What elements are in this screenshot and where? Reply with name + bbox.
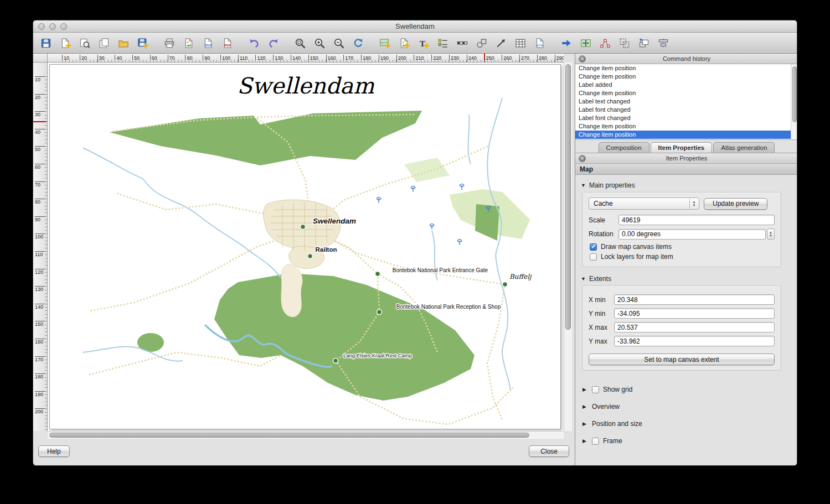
map-item[interactable]: Swellendam Railton Bontebok National Par… [50, 65, 561, 430]
add-new-legend-button[interactable] [436, 36, 450, 50]
redo-button[interactable] [266, 36, 281, 50]
x-min-input[interactable] [614, 294, 775, 305]
move-item-content-button[interactable] [579, 36, 593, 50]
h-ruler-label-160: 160 [326, 55, 336, 62]
add-arrow-button[interactable] [494, 36, 508, 50]
traffic-lights [38, 23, 67, 30]
position-and-size-label: Position and size [592, 420, 642, 428]
undo-icon [249, 38, 260, 49]
close-panel-icon[interactable]: ✕ [579, 155, 586, 162]
set-to-map-canvas-extent-button[interactable]: Set to map canvas extent [589, 354, 775, 365]
duplicate-composer-button[interactable] [78, 36, 92, 50]
history-item-7[interactable]: Change item position [575, 122, 791, 131]
add-new-scalebar-button[interactable] [455, 36, 470, 50]
tab-atlas-generation[interactable]: Atlas generation [713, 142, 775, 153]
history-item-8[interactable]: Change item position [575, 131, 791, 139]
composition-title-label[interactable]: Swellendam [237, 73, 374, 98]
history-item-6[interactable]: Label font changed [575, 114, 791, 122]
h-ruler-label-90: 90 [203, 55, 210, 62]
composition-page[interactable]: Swellendam Railton Bontebok National Par… [49, 64, 561, 429]
history-item-1[interactable]: Change item position [575, 72, 791, 81]
frame-checkbox[interactable] [592, 438, 599, 445]
export-as-svg-button[interactable]: SVG [201, 36, 215, 50]
redo-icon [268, 38, 279, 49]
h-ruler-label-190: 190 [379, 55, 389, 62]
export-as-pdf-button[interactable]: PDF [220, 36, 235, 50]
show-grid-section[interactable]: ▶ Show grid [582, 386, 797, 393]
h-ruler-label-220: 220 [431, 55, 441, 62]
update-preview-button[interactable]: Update preview [704, 198, 767, 210]
collapse-collapsed-icon: ▶ [582, 387, 588, 392]
item-type-header: Map [575, 164, 797, 175]
show-grid-checkbox[interactable] [592, 386, 599, 393]
scale-input[interactable] [618, 215, 775, 225]
y-max-input[interactable] [614, 336, 775, 346]
map-label-buffeljags: Buffelj [509, 273, 532, 280]
zoom-full-button[interactable] [293, 36, 307, 50]
history-item-2[interactable]: Label added [575, 81, 791, 89]
raise-selected-items-button[interactable] [637, 36, 651, 50]
main-properties-group-header[interactable]: ▼ Main properties [581, 181, 797, 189]
history-item-0[interactable]: Change item position [575, 64, 791, 72]
cache-dropdown[interactable]: Cache ▲▼ [589, 198, 699, 210]
select-move-item-button[interactable] [559, 36, 574, 50]
extents-group-header[interactable]: ▼ Extents [581, 275, 797, 283]
add-new-label-button[interactable]: T [416, 36, 431, 50]
save-as-template-button[interactable] [136, 36, 150, 50]
print-button[interactable] [162, 36, 177, 50]
zoom-out-button[interactable] [332, 36, 346, 50]
load-from-template-button[interactable] [116, 36, 131, 50]
zoom-full-icon [295, 38, 306, 49]
command-history-scrollbar[interactable] [791, 64, 797, 139]
tab-composition[interactable]: Composition [599, 142, 649, 153]
v-ruler-label-90: 90 [35, 216, 47, 222]
align-selected-items-button[interactable] [656, 36, 671, 50]
close-button[interactable]: Close [529, 445, 569, 457]
zoom-window-icon[interactable] [60, 23, 67, 30]
v-ruler-label-160: 160 [35, 339, 47, 345]
draw-map-canvas-items-checkbox[interactable] [590, 243, 597, 251]
x-max-input[interactable] [614, 322, 775, 332]
toolbar-group-4: T</> [378, 36, 547, 50]
history-item-5[interactable]: Label font changed [575, 106, 791, 114]
help-button[interactable]: Help [38, 445, 70, 457]
position-and-size-section[interactable]: ▶ Position and size [582, 420, 797, 428]
save-project-button[interactable] [39, 36, 53, 50]
add-image-button[interactable] [397, 36, 411, 50]
history-item-4[interactable]: Label text changed [575, 97, 791, 106]
close-panel-icon[interactable]: ✕ [579, 55, 586, 63]
add-new-map-button[interactable] [378, 36, 392, 50]
scrollbar-thumb[interactable] [49, 433, 529, 438]
add-basic-shape-button[interactable] [475, 36, 489, 50]
y-min-input[interactable] [614, 308, 775, 319]
titlebar[interactable]: Swellendam [33, 20, 797, 33]
new-composer-button[interactable] [58, 36, 73, 50]
zoom-in-button[interactable] [312, 36, 327, 50]
v-ruler-label-170: 170 [35, 356, 47, 362]
duplicate-composer-icon [79, 38, 90, 49]
y-max-label: Y max [589, 337, 614, 345]
scrollbar-thumb[interactable] [792, 66, 797, 122]
frame-section[interactable]: ▶ Frame [582, 437, 797, 445]
composer-canvas[interactable]: Swellendam Railton Bontebok National Par… [48, 63, 564, 431]
add-attribute-table-button[interactable] [513, 36, 528, 50]
tab-item-properties[interactable]: Item Properties [651, 142, 713, 153]
add-arrow-icon [496, 38, 507, 49]
rotation-input[interactable] [618, 229, 766, 240]
rotation-spinner[interactable]: ▲▼ [767, 228, 775, 240]
minimize-window-icon[interactable] [49, 23, 56, 30]
history-item-3[interactable]: Change item position [575, 89, 791, 97]
add-html-frame-button[interactable]: </> [533, 36, 547, 50]
composer-manager-button[interactable] [97, 36, 111, 50]
export-as-image-button[interactable] [182, 36, 196, 50]
canvas-vertical-scrollbar[interactable] [564, 63, 572, 431]
edit-nodes-item-button[interactable] [598, 36, 612, 50]
group-items-button[interactable] [617, 36, 632, 50]
undo-button[interactable] [247, 36, 261, 50]
overview-section[interactable]: ▶ Overview [582, 403, 797, 411]
lock-layers-checkbox[interactable] [590, 253, 597, 261]
refresh-view-button[interactable] [351, 36, 365, 50]
scrollbar-thumb[interactable] [565, 64, 571, 330]
close-window-icon[interactable] [38, 23, 45, 30]
v-ruler-label-70: 70 [35, 181, 47, 188]
